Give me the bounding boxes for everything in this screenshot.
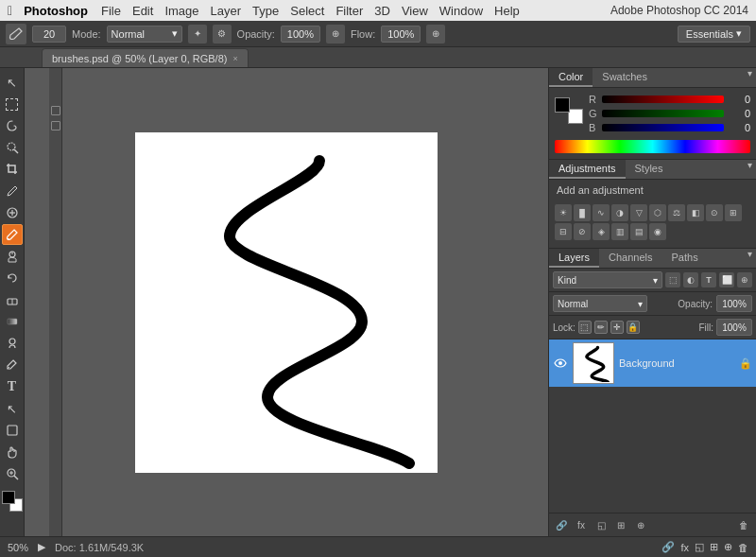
shape-tool[interactable] (2, 420, 23, 441)
menu-window[interactable]: Window (439, 4, 483, 18)
dodge-tool[interactable] (2, 333, 23, 354)
adj-selective-color[interactable]: ◉ (649, 223, 666, 240)
adj-brightness[interactable]: ☀ (555, 204, 572, 221)
b-slider[interactable] (602, 124, 724, 131)
delete-layer-button[interactable]: 🗑 (735, 516, 752, 533)
essentials-button[interactable]: Essentials ▾ (678, 26, 750, 43)
brush-tool[interactable] (2, 224, 23, 245)
layer-filter-adjust[interactable]: ◐ (683, 272, 698, 287)
crop-tool[interactable] (2, 159, 23, 180)
tab-color[interactable]: Color (549, 68, 593, 87)
foreground-color-chip[interactable] (2, 491, 15, 504)
menu-help[interactable]: Help (494, 4, 520, 18)
brush-size-input[interactable] (32, 26, 66, 43)
adj-color-lookup[interactable]: ⊟ (555, 223, 572, 240)
eyedropper-tool[interactable] (2, 181, 23, 201)
airbrush-toggle[interactable]: ✦ (188, 25, 207, 44)
document-tab-close[interactable]: × (232, 54, 237, 63)
adj-photo-filter[interactable]: ⊙ (706, 204, 723, 221)
color-spectrum[interactable] (555, 140, 750, 153)
tab-paths[interactable]: Paths (662, 249, 708, 268)
healing-tool[interactable] (2, 202, 23, 223)
adj-gradient-map[interactable]: ▤ (630, 223, 647, 240)
brush-settings-icon[interactable]: ⚙ (213, 25, 232, 44)
tab-swatches[interactable]: Swatches (593, 68, 657, 87)
lasso-tool[interactable] (2, 115, 23, 136)
link-layers-button[interactable]: 🔗 (553, 516, 570, 533)
history-tool[interactable] (2, 268, 23, 288)
path-select-tool[interactable]: ↖ (2, 398, 23, 419)
fg-bg-colors[interactable] (2, 491, 23, 512)
adj-panel-collapse[interactable]: ▾ (744, 160, 756, 179)
apple-menu[interactable]:  (8, 3, 12, 18)
fill-value[interactable]: 100% (716, 319, 752, 336)
layer-visibility-toggle[interactable] (553, 356, 568, 371)
lock-all[interactable]: 🔒 (627, 321, 640, 334)
quick-select-tool[interactable] (2, 137, 23, 158)
menu-3d[interactable]: 3D (374, 4, 390, 18)
adj-posterize[interactable]: ◈ (593, 223, 610, 240)
canvas-area[interactable] (25, 68, 548, 536)
new-layer-button[interactable]: ⊕ (632, 516, 649, 533)
r-slider[interactable] (602, 96, 724, 103)
strip-icon-2[interactable] (51, 121, 60, 131)
gradient-tool[interactable] (2, 311, 23, 332)
strip-icon-1[interactable] (51, 106, 60, 115)
adj-exposure[interactable]: ◑ (611, 204, 628, 221)
adj-levels[interactable]: ▐▌ (574, 204, 591, 221)
lock-image[interactable]: ✏ (594, 321, 608, 334)
opacity-value[interactable]: 100% (716, 295, 752, 312)
layer-filter-type[interactable]: T (701, 272, 716, 287)
eraser-tool[interactable] (2, 289, 23, 310)
tab-channels[interactable]: Channels (599, 249, 662, 268)
adj-hsl[interactable]: ⬡ (649, 204, 666, 221)
layer-filter-shape[interactable]: ⬜ (719, 272, 734, 287)
menu-select[interactable]: Select (290, 4, 324, 18)
menu-image[interactable]: Image (164, 4, 198, 18)
text-tool[interactable]: T (2, 376, 23, 397)
adj-vibrance[interactable]: ▽ (630, 204, 647, 221)
menu-file[interactable]: File (101, 4, 121, 18)
mode-dropdown[interactable]: Normal ▾ (107, 26, 182, 43)
tab-adjustments[interactable]: Adjustments (549, 160, 626, 179)
add-style-button[interactable]: fx (573, 516, 590, 533)
adj-threshold[interactable]: ▥ (611, 223, 628, 240)
color-panel-collapse[interactable]: ▾ (744, 68, 756, 87)
pen-tool[interactable] (2, 355, 23, 375)
adj-invert[interactable]: ⊘ (574, 223, 591, 240)
tab-styles[interactable]: Styles (626, 160, 673, 179)
hand-tool[interactable] (2, 442, 23, 462)
color-bg-box[interactable] (568, 109, 583, 124)
menu-filter[interactable]: Filter (335, 4, 363, 18)
canvas[interactable] (135, 132, 438, 473)
menu-type[interactable]: Type (252, 4, 279, 18)
adj-channel-mixer[interactable]: ⊞ (725, 204, 742, 221)
opacity-input[interactable] (281, 26, 320, 43)
clone-tool[interactable] (2, 246, 23, 267)
marquee-tool[interactable] (2, 94, 23, 114)
adj-bw[interactable]: ◧ (687, 204, 704, 221)
layer-filter-pixel[interactable]: ⬚ (665, 272, 680, 287)
lock-transparent[interactable]: ⬚ (578, 321, 592, 334)
zoom-tool[interactable] (2, 463, 23, 484)
layer-item-background[interactable]: Background 🔒 (549, 339, 756, 387)
adj-curves[interactable]: ∿ (593, 204, 610, 221)
kind-dropdown[interactable]: Kind ▾ (553, 271, 662, 288)
layer-filter-smart[interactable]: ⊕ (737, 272, 752, 287)
app-name[interactable]: Photoshop (24, 4, 88, 18)
blend-mode-dropdown[interactable]: Normal ▾ (553, 295, 647, 312)
add-mask-button[interactable]: ◱ (593, 516, 610, 533)
adj-color-balance[interactable]: ⚖ (668, 204, 685, 221)
menu-view[interactable]: View (402, 4, 428, 18)
lock-position[interactable]: ✛ (610, 321, 624, 334)
color-fg-box[interactable] (555, 97, 570, 113)
layer-thumbnail[interactable] (573, 342, 614, 384)
layers-panel-collapse[interactable]: ▾ (744, 249, 756, 268)
g-slider[interactable] (602, 110, 724, 117)
new-group-button[interactable]: ⊞ (612, 516, 629, 533)
opacity-pressure-icon[interactable]: ⊕ (326, 25, 345, 44)
move-tool[interactable]: ↖ (2, 72, 23, 93)
tab-layers[interactable]: Layers (549, 249, 599, 268)
document-tab[interactable]: brushes.psd @ 50% (Layer 0, RGB/8) × (42, 48, 249, 67)
flow-input[interactable] (381, 26, 421, 43)
